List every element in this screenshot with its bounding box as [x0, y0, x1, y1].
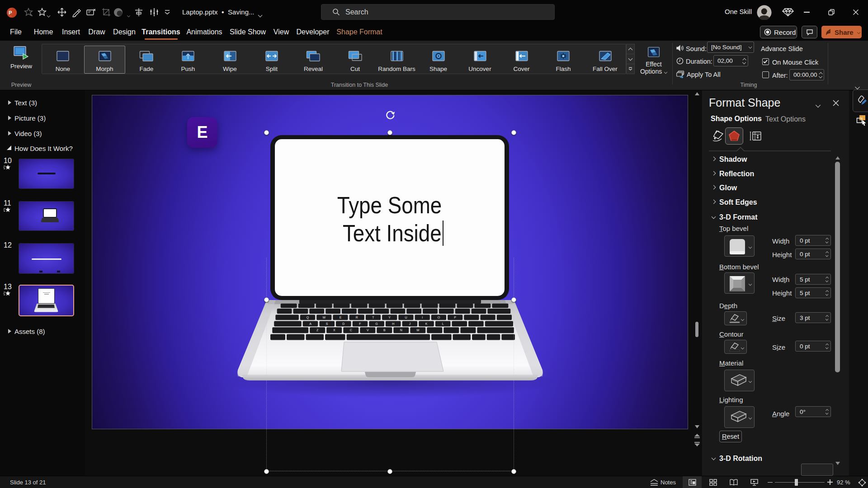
svg-text:R: R [356, 316, 358, 319]
svg-text:N: N [400, 328, 402, 332]
svg-text:H: H [392, 322, 394, 325]
svg-text:J: J [409, 322, 411, 325]
svg-text:T: T [372, 316, 374, 319]
svg-text:G: G [375, 322, 377, 325]
svg-text:M: M [416, 328, 419, 332]
svg-text:Q: Q [307, 316, 309, 319]
svg-text:F: F [359, 322, 361, 325]
svg-text:I: I [422, 316, 423, 319]
svg-text:V: V [367, 328, 369, 332]
svg-text:O: O [438, 316, 440, 319]
svg-text:D: D [342, 322, 344, 325]
svg-text:B: B [383, 328, 386, 332]
svg-text:K: K [425, 322, 428, 325]
svg-text:U: U [405, 316, 407, 319]
svg-text:X: X [333, 328, 335, 332]
svg-text:E: E [340, 316, 342, 319]
svg-text:L: L [442, 322, 444, 325]
svg-text:Z: Z [316, 328, 319, 332]
svg-text:S: S [326, 322, 328, 325]
svg-text:P: P [454, 316, 456, 319]
svg-text:C: C [350, 328, 352, 332]
svg-text:Y: Y [388, 316, 391, 319]
svg-text:A: A [309, 322, 311, 325]
svg-text:P: P [9, 10, 12, 15]
svg-text:W: W [322, 316, 326, 319]
